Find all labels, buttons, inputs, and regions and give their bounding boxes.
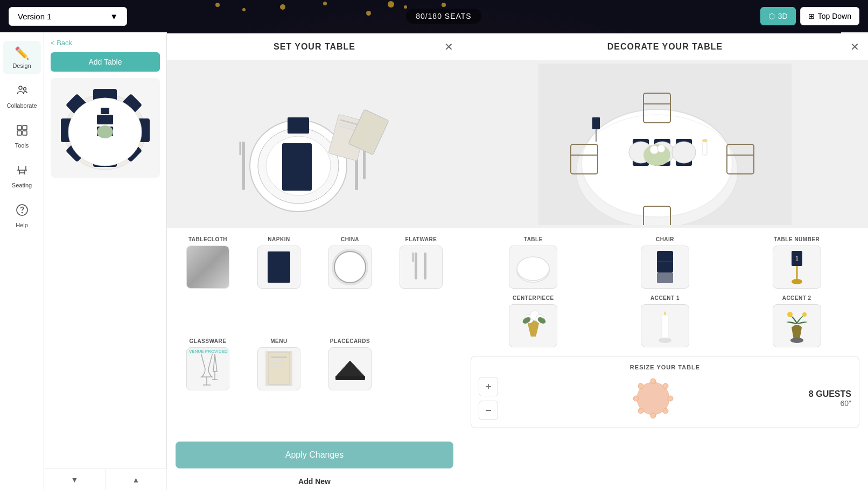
table-thumbnail[interactable] <box>51 78 160 178</box>
decorate-centerpiece-label: CENTERPIECE <box>513 295 554 301</box>
svg-point-83 <box>792 279 802 284</box>
svg-point-101 <box>638 408 643 414</box>
resize-increase-button[interactable]: + <box>479 377 498 396</box>
flatware-items <box>410 250 432 285</box>
svg-point-93 <box>790 338 803 343</box>
set-table-modal: SET YOUR TABLE ✕ <box>167 33 462 490</box>
table-size-visual <box>632 377 675 420</box>
placecards-label: PLACECARDS <box>330 338 370 344</box>
svg-point-74 <box>702 139 708 142</box>
guests-count: 8 GUESTS <box>809 389 851 399</box>
tablecloth-color <box>187 246 229 288</box>
napkin-cell: NAPKIN <box>247 236 311 332</box>
svg-point-63 <box>657 145 665 152</box>
apply-changes-button[interactable]: Apply Changes <box>176 442 453 468</box>
arrow-down[interactable]: ▼ <box>44 469 106 490</box>
menu-swatch[interactable] <box>257 347 300 390</box>
design-icon: ✏️ <box>15 46 29 60</box>
decorate-centerpiece-cell: CENTERPIECE <box>471 295 596 347</box>
decorate-table-number-label: TABLE NUMBER <box>774 236 820 242</box>
placecards-swatch[interactable] <box>328 347 372 390</box>
table-setting-illustration <box>191 64 438 225</box>
cube-icon: ⬡ <box>768 12 775 20</box>
resize-decrease-button[interactable]: − <box>479 401 498 420</box>
collaborate-icon <box>16 84 29 100</box>
sidebar-item-design[interactable]: ✏️ Design <box>3 41 41 74</box>
flatware-swatch[interactable] <box>400 246 443 289</box>
decorate-accent1-swatch[interactable] <box>641 304 689 347</box>
decorate-centerpiece-swatch[interactable] <box>509 304 557 347</box>
svg-rect-89 <box>662 315 668 339</box>
svg-point-91 <box>787 312 793 317</box>
arrow-up[interactable]: ▲ <box>106 469 167 490</box>
svg-point-0 <box>19 86 22 89</box>
sidebar-label-seating: Seating <box>12 182 32 188</box>
add-new-link[interactable]: Add New <box>167 473 462 490</box>
china-swatch[interactable] <box>328 246 372 289</box>
top-bar: Version 1 ▼ 80/180 SEATS ⬡ 3D ⊞ Top Down <box>0 0 868 32</box>
sidebar-item-seating[interactable]: Seating <box>3 158 41 194</box>
guests-size: 60" <box>809 399 851 408</box>
decorate-chair-cell: CHAIR <box>603 236 728 289</box>
svg-rect-25 <box>282 143 312 191</box>
sidebar-item-collaborate[interactable]: Collaborate <box>3 79 41 114</box>
decorate-table-number-swatch[interactable]: 1 <box>773 246 821 289</box>
add-table-button[interactable]: Add Table <box>51 52 160 72</box>
set-table-items-grid: TABLECLOTH NAPKIN CHINA FLATWARE <box>167 228 462 442</box>
decorate-accent1-cell: ACCENT 1 <box>603 295 728 347</box>
view-topdown-button[interactable]: ⊞ Top Down <box>800 7 859 25</box>
menu-label: MENU <box>270 338 287 344</box>
flatware-cell: FLATWARE <box>389 236 453 332</box>
decorate-accent2-cell: ACCENT 2 <box>734 295 859 347</box>
tablecloth-cell: TABLECLOTH <box>176 236 240 332</box>
version-selector[interactable]: Version 1 ▼ <box>9 7 127 26</box>
svg-rect-4 <box>17 131 22 135</box>
decorate-image-area <box>462 61 868 228</box>
decorate-modal-header: DECORATE YOUR TABLE ✕ <box>462 33 868 61</box>
side-panel: < Back Add Table <box>44 32 167 490</box>
decorate-chair-swatch[interactable] <box>641 246 689 289</box>
decorate-close-button[interactable]: ✕ <box>850 40 859 53</box>
seats-badge: 80/180 SEATS <box>406 9 481 24</box>
tablecloth-swatch[interactable] <box>186 246 229 289</box>
svg-rect-79 <box>657 272 673 283</box>
napkin-swatch[interactable] <box>257 246 300 289</box>
svg-rect-3 <box>23 125 27 130</box>
svg-point-1 <box>23 88 26 90</box>
svg-rect-41 <box>424 253 426 279</box>
view-3d-button[interactable]: ⬡ 3D <box>760 7 796 25</box>
decorate-accent1-label: ACCENT 1 <box>650 295 680 301</box>
decorate-chair-label: CHAIR <box>656 236 674 242</box>
set-table-close-button[interactable]: ✕ <box>444 40 453 53</box>
back-link[interactable]: < Back <box>51 39 160 47</box>
svg-rect-2 <box>17 125 22 130</box>
decorate-accent2-label: ACCENT 2 <box>782 295 811 301</box>
china-label: CHINA <box>341 236 359 242</box>
dropdown-icon: ▼ <box>110 12 118 21</box>
svg-rect-48 <box>271 360 284 361</box>
svg-rect-21 <box>101 108 109 114</box>
svg-rect-50 <box>271 366 282 367</box>
decorate-table-cell: TABLE <box>471 236 596 289</box>
view-controls: ⬡ 3D ⊞ Top Down <box>760 7 859 25</box>
svg-rect-32 <box>288 117 309 134</box>
svg-point-97 <box>633 396 639 401</box>
sidebar-label-design: Design <box>12 62 31 69</box>
sidebar-label-tools: Tools <box>15 142 29 149</box>
svg-rect-73 <box>703 142 707 155</box>
sidebar-item-tools[interactable]: Tools <box>3 118 41 154</box>
svg-rect-71 <box>592 117 600 129</box>
svg-rect-5 <box>23 131 27 135</box>
svg-point-102 <box>663 408 668 414</box>
table-preview-image <box>53 78 158 178</box>
guests-info: 8 GUESTS 60" <box>809 389 851 408</box>
sidebar-item-help[interactable]: Help <box>3 198 41 234</box>
tablecloth-label: TABLECLOTH <box>188 236 227 242</box>
decorate-table-swatch[interactable] <box>509 246 557 289</box>
svg-point-98 <box>668 396 673 401</box>
glassware-cell: GLASSWARE VENUE PROVIDED <box>176 338 240 433</box>
svg-point-100 <box>663 383 668 389</box>
svg-point-96 <box>650 413 656 418</box>
decorate-accent2-swatch[interactable] <box>773 304 821 347</box>
svg-rect-47 <box>271 356 287 358</box>
